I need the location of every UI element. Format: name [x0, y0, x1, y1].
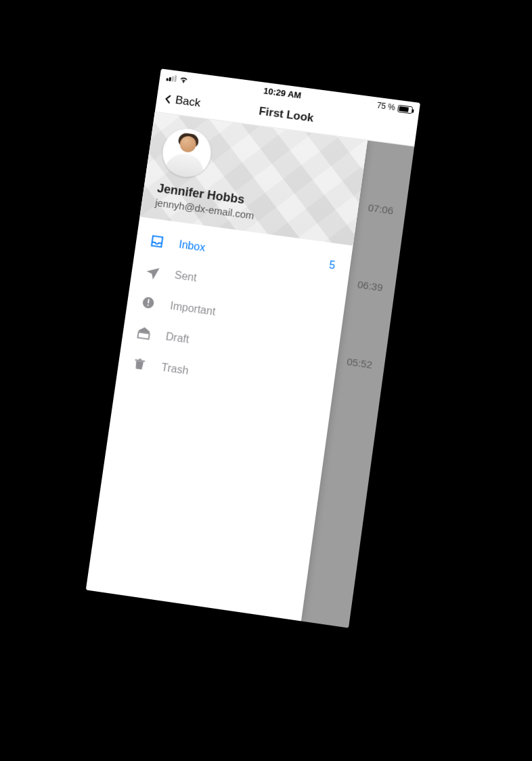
menu-item-label: Inbox	[178, 238, 206, 254]
inbox-badge: 5	[328, 259, 336, 271]
wifi-icon	[179, 74, 190, 85]
menu-item-label: Draft	[165, 330, 190, 346]
battery-percent: 75 %	[376, 101, 396, 112]
battery-icon	[397, 104, 413, 114]
back-label: Back	[175, 93, 202, 110]
cellular-signal-icon	[166, 74, 177, 83]
svg-rect-2	[148, 305, 149, 306]
menu-item-label: Important	[169, 300, 216, 318]
drawer-menu: Inbox 5 Sent Important	[116, 217, 353, 414]
inbox-icon	[149, 233, 166, 250]
draft-icon	[135, 325, 152, 342]
back-button[interactable]: Back	[161, 91, 201, 110]
avatar[interactable]	[160, 126, 215, 180]
phone-screen: 10:29 AM 75 % Back First Look 07:06	[86, 68, 420, 628]
send-icon	[144, 264, 161, 281]
important-icon	[140, 295, 157, 311]
menu-item-label: Trash	[160, 362, 189, 377]
menu-item-label: Sent	[174, 269, 198, 284]
trash-icon	[131, 356, 148, 373]
content-area: 07:06 06:39 05:52 Jennifer Hobbs jennyh@…	[86, 112, 414, 628]
chevron-left-icon	[161, 92, 175, 106]
